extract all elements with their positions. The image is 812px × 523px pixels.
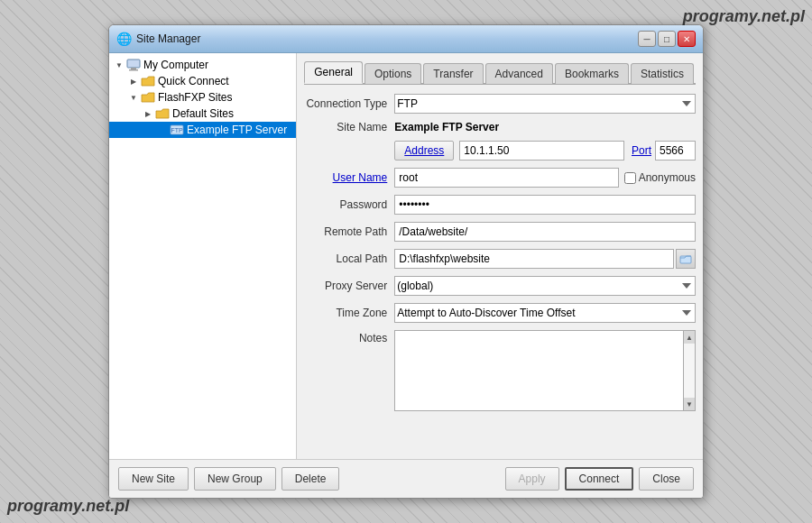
username-label: User Name: [304, 171, 394, 184]
proxy-server-label: Proxy Server: [304, 280, 394, 292]
tab-bookmarks[interactable]: Bookmarks: [555, 63, 629, 84]
connect-button[interactable]: Connect: [565, 467, 634, 491]
address-row: Address Port: [304, 141, 696, 161]
time-zone-row: Time Zone Attempt to Auto-Discover Time …: [304, 303, 696, 323]
minimize-button[interactable]: ─: [638, 31, 656, 47]
remote-path-row: Remote Path: [304, 222, 696, 242]
local-path-row: Local Path: [304, 249, 696, 269]
close-window-button[interactable]: ✕: [678, 31, 696, 47]
site-name-label: Site Name: [304, 121, 394, 133]
close-button[interactable]: Close: [639, 467, 694, 491]
tree-label-example-ftp: Example FTP Server: [187, 124, 287, 136]
tree-item-quick-connect[interactable]: ▶ Quick Connect: [109, 73, 296, 89]
username-input[interactable]: [394, 168, 618, 188]
folder-icon-default-sites: [155, 107, 170, 120]
site-manager-window: 🌐 Site Manager ─ □ ✕ ▼ My Computer: [108, 24, 704, 499]
apply-button[interactable]: Apply: [505, 467, 559, 491]
address-button[interactable]: Address: [394, 141, 454, 161]
bottom-bar: New Site New Group Delete Apply Connect …: [109, 459, 703, 498]
time-zone-label: Time Zone: [304, 307, 394, 319]
svg-rect-0: [127, 60, 140, 68]
tree-item-flashfxp-sites[interactable]: ▼ FlashFXP Sites: [109, 89, 296, 106]
maximize-button[interactable]: □: [658, 31, 676, 47]
anonymous-label: Anonymous: [639, 171, 696, 184]
expand-icon-quick-connect: ▶: [127, 75, 140, 87]
tab-statistics[interactable]: Statistics: [631, 63, 694, 84]
anonymous-checkbox-row: Anonymous: [624, 171, 696, 184]
expand-icon-my-computer: ▼: [113, 59, 125, 71]
expand-icon-flashfxp: ▼: [127, 91, 140, 104]
port-input[interactable]: [655, 141, 696, 161]
tree-label-default-sites: Default Sites: [172, 107, 234, 120]
delete-button[interactable]: Delete: [281, 467, 340, 491]
proxy-server-row: Proxy Server (global) None Custom: [304, 276, 696, 296]
tab-options[interactable]: Options: [364, 63, 421, 84]
tree-label-quick-connect: Quick Connect: [158, 75, 229, 87]
connection-type-select[interactable]: FTP SFTP FTPS: [394, 94, 696, 114]
watermark-bottom-left: programy.net.pl: [7, 497, 129, 516]
scrollbar-down[interactable]: ▼: [684, 398, 695, 410]
general-form: Connection Type FTP SFTP FTPS Site Name …: [304, 94, 696, 452]
svg-rect-2: [129, 69, 138, 71]
window-icon: 🌐: [116, 32, 131, 46]
site-tree-panel: ▼ My Computer ▶ Quick Connect: [109, 53, 297, 459]
notes-textarea[interactable]: [394, 330, 684, 411]
username-row: User Name Anonymous: [304, 168, 696, 188]
tab-general[interactable]: General: [304, 61, 363, 84]
right-panel: General Options Transfer Advanced Bookma…: [297, 53, 703, 459]
tree-label-flashfxp: FlashFXP Sites: [158, 91, 232, 104]
pc-icon: [126, 59, 141, 71]
expand-icon-default-sites: ▶: [142, 107, 154, 120]
tree-item-example-ftp[interactable]: FTP Example FTP Server: [109, 122, 296, 138]
notes-row: Notes ▲ ▼: [304, 330, 696, 411]
folder-icon-flashfxp: [141, 91, 155, 104]
tab-advanced[interactable]: Advanced: [485, 63, 553, 84]
new-site-button[interactable]: New Site: [118, 467, 189, 491]
port-label: Port: [632, 144, 651, 157]
tab-transfer[interactable]: Transfer: [423, 63, 483, 84]
tab-bar: General Options Transfer Advanced Bookma…: [304, 60, 696, 85]
anonymous-checkbox[interactable]: [624, 172, 636, 184]
tree-item-default-sites[interactable]: ▶ Default Sites: [109, 106, 296, 122]
notes-label: Notes: [304, 330, 394, 344]
watermark-top-right: programy.net.pl: [683, 7, 805, 26]
site-name-value: Example FTP Server: [394, 121, 499, 133]
title-bar: 🌐 Site Manager ─ □ ✕: [109, 25, 703, 53]
tree-item-my-computer[interactable]: ▼ My Computer: [109, 57, 296, 73]
title-bar-left: 🌐 Site Manager: [116, 32, 200, 46]
scrollbar-up[interactable]: ▲: [684, 331, 695, 344]
connection-type-row: Connection Type FTP SFTP FTPS: [304, 94, 696, 114]
main-content: ▼ My Computer ▶ Quick Connect: [109, 53, 703, 459]
password-label: Password: [304, 198, 394, 211]
svg-rect-1: [131, 68, 136, 69]
remote-path-label: Remote Path: [304, 225, 394, 238]
site-name-row: Site Name Example FTP Server: [304, 121, 696, 133]
notes-scrollbar[interactable]: ▲ ▼: [683, 330, 696, 411]
svg-text:FTP: FTP: [171, 127, 183, 133]
remote-path-input[interactable]: [394, 222, 696, 242]
time-zone-select[interactable]: Attempt to Auto-Discover Time Offset UTC…: [394, 303, 696, 323]
local-path-input[interactable]: [394, 249, 674, 269]
proxy-server-select[interactable]: (global) None Custom: [394, 276, 696, 296]
site-icon-example-ftp: FTP: [170, 124, 184, 136]
tree-label-my-computer: My Computer: [143, 59, 208, 71]
browse-button[interactable]: [676, 249, 696, 269]
title-buttons: ─ □ ✕: [638, 31, 696, 47]
expand-icon-example-ftp: [156, 124, 169, 136]
new-group-button[interactable]: New Group: [194, 467, 276, 491]
scrollbar-thumb-area: [684, 344, 695, 398]
window-title: Site Manager: [136, 32, 200, 45]
right-panel-wrapper: General Options Transfer Advanced Bookma…: [297, 53, 703, 459]
folder-icon-quick-connect: [141, 75, 155, 87]
password-input[interactable]: [394, 195, 696, 215]
address-input[interactable]: [459, 141, 624, 161]
password-row: Password: [304, 195, 696, 215]
local-path-label: Local Path: [304, 252, 394, 265]
connection-type-label: Connection Type: [304, 97, 394, 110]
